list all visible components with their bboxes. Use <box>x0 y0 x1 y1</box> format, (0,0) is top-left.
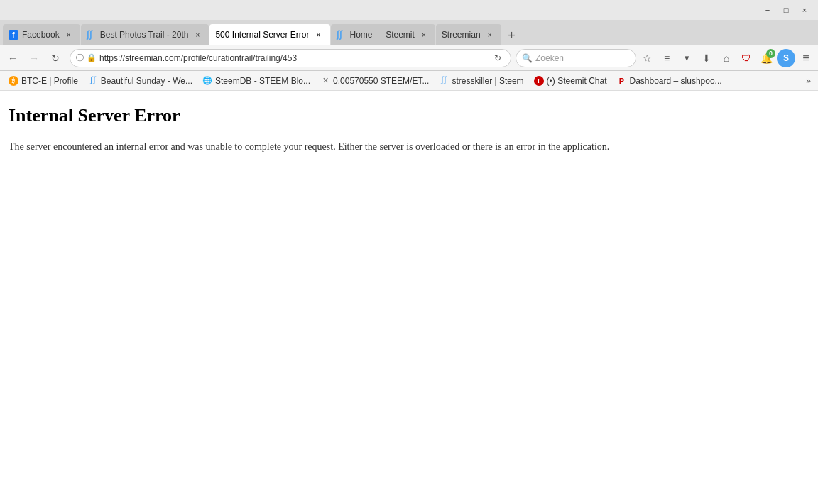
search-icon: 🔍 <box>522 53 533 63</box>
profile-button[interactable]: S <box>777 49 795 67</box>
close-button[interactable]: × <box>797 2 812 18</box>
title-bar: − □ × <box>0 0 818 20</box>
new-tab-button[interactable]: + <box>502 26 522 45</box>
bookmark-stresskiller-label: stresskiller | Steem <box>452 76 523 86</box>
steemit-chat-icon: ! <box>534 76 544 86</box>
bookmark-dashboard-label: Dashboard – slushpoo... <box>630 76 722 86</box>
forward-button[interactable]: → <box>24 48 44 68</box>
reading-view-button[interactable]: ≡ <box>658 49 676 67</box>
tab-internal-error-close[interactable]: × <box>313 29 325 40</box>
home-button[interactable]: ⌂ <box>717 49 736 67</box>
steemit-favicon-2: ʃʃ <box>337 30 347 40</box>
page-content: Internal Server Error The server encount… <box>0 91 818 504</box>
shield-button[interactable]: 🛡 <box>737 49 756 67</box>
pocket-button[interactable]: ▾ <box>677 49 696 67</box>
minimize-button[interactable]: − <box>760 2 775 18</box>
tab-best-photos-close[interactable]: × <box>192 29 203 40</box>
bookmark-btce-label: BTC-E | Profile <box>21 76 78 86</box>
tab-streemian[interactable]: Streemian × <box>436 24 501 45</box>
steemit-favicon-1: ʃʃ <box>87 30 97 40</box>
tab-internal-error[interactable]: 500 Internal Server Error × <box>209 24 329 45</box>
tab-facebook[interactable]: f Facebook × <box>3 24 80 45</box>
steemit-icon-2: ʃʃ <box>439 76 449 85</box>
bookmarks-bar: ₿ BTC-E | Profile ʃʃ Beautiful Sunday - … <box>0 71 818 91</box>
reload-address-button[interactable]: ↻ <box>491 51 505 65</box>
search-placeholder: Zoeken <box>535 53 564 63</box>
bookmark-dashboard[interactable]: P Dashboard – slushpoo... <box>613 73 726 89</box>
tab-best-photos-label: Best Photos Trail - 20th <box>100 30 189 40</box>
facebook-favicon: f <box>9 30 18 40</box>
tab-bar: f Facebook × ʃʃ Best Photos Trail - 20th… <box>0 20 818 45</box>
nav-icons: ☆ ≡ ▾ ⬇ ⌂ 🛡 🔔 0 S ≡ <box>638 49 815 67</box>
error-message: The server encountered an internal error… <box>9 139 809 155</box>
bookmark-btce[interactable]: ₿ BTC-E | Profile <box>4 73 82 89</box>
error-title: Internal Server Error <box>9 105 809 126</box>
bookmark-stresskiller[interactable]: ʃʃ stresskiller | Steem <box>435 73 528 89</box>
bookmark-steemdb[interactable]: 🌐 SteemDB - STEEM Blo... <box>198 73 315 89</box>
steemit-icon-1: ʃʃ <box>88 76 98 85</box>
info-icon: ⓘ <box>76 53 84 63</box>
maximize-button[interactable]: □ <box>778 2 794 18</box>
bookmark-beautiful-sunday-label: Beautiful Sunday - We... <box>101 76 192 86</box>
notification-button[interactable]: 🔔 0 <box>757 49 775 67</box>
bookmark-steem-price-label: 0.00570550 STEEM/ET... <box>333 76 429 86</box>
window-controls: − □ × <box>760 2 812 18</box>
address-bar[interactable]: ⓘ 🔒 https://streemian.com/profile/curati… <box>70 49 511 67</box>
lock-icon: 🔒 <box>87 53 97 62</box>
bookmarks-overflow-button[interactable]: » <box>803 76 814 86</box>
download-button[interactable]: ⬇ <box>697 49 716 67</box>
bookmark-steem-price[interactable]: ✕ 0.00570550 STEEM/ET... <box>316 73 433 89</box>
steem-price-icon: ✕ <box>320 76 330 85</box>
tab-streemian-close[interactable]: × <box>484 29 496 40</box>
dashboard-icon: P <box>617 77 627 85</box>
tab-best-photos[interactable]: ʃʃ Best Photos Trail - 20th × <box>81 24 209 45</box>
search-bar[interactable]: 🔍 Zoeken <box>516 49 636 67</box>
back-button[interactable]: ← <box>3 48 23 68</box>
star-button[interactable]: ☆ <box>638 49 656 67</box>
tab-streemian-label: Streemian <box>442 30 481 40</box>
tab-home-steemit[interactable]: ʃʃ Home — Steemit × <box>331 24 435 45</box>
nav-bar: ← → ↻ ⓘ 🔒 https://streemian.com/profile/… <box>0 45 818 71</box>
tab-facebook-label: Facebook <box>22 30 60 40</box>
tab-facebook-close[interactable]: × <box>63 29 75 40</box>
menu-button[interactable]: ≡ <box>797 49 815 67</box>
bookmark-beautiful-sunday[interactable]: ʃʃ Beautiful Sunday - We... <box>84 73 197 89</box>
url-text: https://streemian.com/profile/curationtr… <box>99 53 488 63</box>
steemdb-icon: 🌐 <box>202 76 212 85</box>
tab-internal-error-label: 500 Internal Server Error <box>215 30 309 40</box>
btce-icon: ₿ <box>9 76 18 86</box>
notification-badge: 0 <box>766 49 775 58</box>
tab-home-steemit-label: Home — Steemit <box>350 30 415 40</box>
tab-home-steemit-close[interactable]: × <box>418 29 430 40</box>
reload-button[interactable]: ↻ <box>45 48 65 68</box>
bookmark-steemit-chat[interactable]: ! (•) Steemit Chat <box>530 73 611 89</box>
bookmark-steemdb-label: SteemDB - STEEM Blo... <box>215 76 310 86</box>
bookmark-steemit-chat-label: (•) Steemit Chat <box>547 76 607 86</box>
